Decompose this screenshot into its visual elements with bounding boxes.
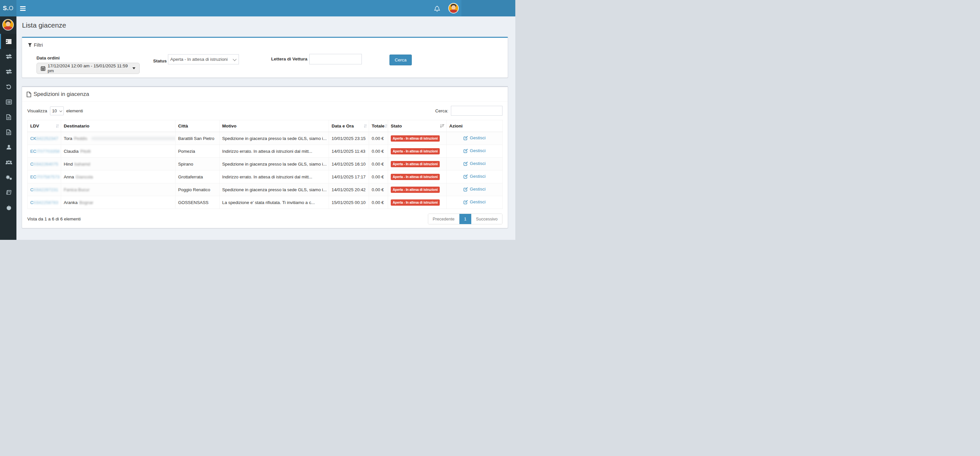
list-alt-icon — [6, 100, 12, 105]
sidebar-toggle-button[interactable] — [20, 5, 29, 12]
column-header-totale[interactable]: Totale — [369, 120, 388, 132]
notifications-button[interactable] — [433, 4, 441, 13]
ldv-link[interactable]: CK642264075 — [30, 162, 58, 167]
reason-cell: Spedizione in giacenza presso la sede GL… — [220, 183, 329, 196]
column-header-motivo[interactable]: Motivo — [220, 120, 329, 132]
total-cell: 0.00 € — [369, 132, 388, 145]
sort-desc-icon — [440, 124, 444, 128]
reason-cell: La spedizione e' stata rifiutata. Ti inv… — [220, 196, 329, 209]
sort-icon — [364, 124, 367, 128]
table-row: ECIT07587573 AnnaGiancola Grottaferrata … — [28, 170, 503, 183]
edit-icon — [463, 187, 468, 192]
shipments-panel: Spedizioni in giacenza Visualizza 10 ele… — [22, 86, 508, 228]
status-select[interactable]: Aperta - In attesa di istruzioni — [168, 54, 239, 64]
reason-cell: Spedizione in giacenza presso la sede GL… — [220, 158, 329, 170]
file-icon — [6, 129, 11, 135]
sidebar-item-users[interactable] — [0, 155, 16, 170]
sort-icon — [56, 124, 59, 128]
page-length-label-before: Visualizza — [27, 108, 47, 113]
waybill-input[interactable] — [309, 54, 362, 64]
manage-link[interactable]: Gestisci — [463, 174, 485, 179]
application-window: S.O — [0, 0, 515, 240]
funnel-icon — [28, 43, 32, 47]
edit-icon — [463, 200, 468, 204]
table-row: CK642297231 Fanica Bucur Poggio Renatico… — [28, 183, 503, 196]
waybill-label: Lettera di Vettura — [271, 57, 307, 62]
table-row: CK642264075 Hindbahamd Spirano Spedizion… — [28, 158, 503, 170]
column-header-destinatario[interactable]: Destinatario — [61, 120, 175, 132]
table-search-input[interactable] — [451, 106, 503, 116]
sidebar-item-book[interactable] — [0, 185, 16, 200]
table-row: CK642252347 ToraPeddis Barattili San Pie… — [28, 132, 503, 145]
logo-text-light: O — [9, 5, 14, 12]
datetime-cell: 14/01/2025 17:17 — [329, 170, 369, 183]
sidebar-item-undo[interactable] — [0, 79, 16, 94]
ldv-link[interactable]: CK642297231 — [30, 187, 58, 192]
sidebar-item-user[interactable] — [0, 140, 16, 155]
search-button[interactable]: Cerca — [390, 54, 412, 65]
table-footer: Vista da 1 a 6 di 6 elementi Precedente … — [22, 209, 508, 224]
sidebar-item-list-alt[interactable] — [0, 94, 16, 110]
page-title: Lista giacenze — [22, 21, 66, 29]
column-header-ldv[interactable]: LDV — [28, 120, 61, 132]
sidebar-user-avatar[interactable] — [3, 20, 13, 30]
sidebar-item-settings[interactable] — [0, 170, 16, 185]
ldv-link[interactable]: ECIT07703358 — [30, 149, 59, 154]
date-range-picker[interactable]: 17/12/2024 12:00 am - 15/01/2025 11:59 p… — [37, 63, 140, 74]
recipient-name: Hind — [64, 162, 73, 167]
book-icon — [6, 190, 12, 195]
reason-cell: Spedizione in giacenza presso la sede GL… — [220, 132, 329, 145]
user-avatar[interactable] — [449, 4, 458, 13]
sidebar-item-exchange-2[interactable] — [0, 64, 16, 79]
page-length-label-after: elementi — [66, 108, 83, 113]
sidebar-item-giacenze[interactable] — [0, 34, 16, 49]
pagination-next[interactable]: Successivo — [471, 214, 502, 224]
pagination-previous[interactable]: Precedente — [428, 214, 460, 224]
sidebar-item-exchange-1[interactable] — [0, 49, 16, 64]
tasks-list-icon — [6, 39, 11, 44]
filters-panel-title: Filtri — [28, 42, 43, 48]
city-cell: Poggio Renatico — [175, 183, 220, 196]
pagination-page-1[interactable]: 1 — [460, 214, 471, 224]
sidebar — [0, 16, 16, 240]
city-cell: Pomezia — [175, 145, 220, 158]
table-header-row: LDV Destinatario Città Motivo Data e Ora — [28, 120, 503, 132]
total-cell: 0.00 € — [369, 158, 388, 170]
manage-link[interactable]: Gestisci — [463, 199, 485, 204]
recipient-name: Anna — [64, 175, 74, 180]
table-toolbar: Visualizza 10 elementi Cerca: — [22, 102, 508, 119]
calendar-icon — [41, 66, 45, 71]
column-header-citta[interactable]: Città — [175, 120, 220, 132]
sidebar-item-logout[interactable] — [0, 200, 16, 215]
sidebar-item-document-1[interactable] — [0, 110, 16, 124]
sidebar-menu — [0, 34, 16, 215]
exchange-icon — [6, 54, 12, 59]
recipient-name-redacted: Fanica Bucur — [64, 187, 89, 192]
sidebar-item-document-2[interactable] — [0, 124, 16, 140]
cogs-icon — [6, 175, 12, 180]
column-header-data-ora[interactable]: Data e Ora — [329, 120, 369, 132]
manage-link[interactable]: Gestisci — [463, 135, 485, 140]
column-header-stato[interactable]: Stato — [388, 120, 447, 132]
edit-icon — [463, 136, 468, 140]
manage-link[interactable]: Gestisci — [463, 161, 485, 166]
manage-link[interactable]: Gestisci — [463, 148, 485, 153]
status-badge: Aperta - In attesa di istruzioni — [391, 135, 440, 141]
manage-link[interactable]: Gestisci — [463, 187, 485, 192]
ldv-link[interactable]: ECIT07587573 — [30, 175, 59, 180]
undo-icon — [6, 84, 11, 90]
reason-cell: Indirizzo errato. In attesa di istruzion… — [220, 145, 329, 158]
app-logo[interactable]: S.O — [0, 0, 16, 16]
total-cell: 0.00 € — [369, 145, 388, 158]
ldv-link[interactable]: CK642252347 — [30, 136, 58, 141]
power-icon — [6, 205, 11, 211]
status-badge: Aperta - In attesa di istruzioni — [391, 174, 440, 180]
page-length-select[interactable]: 10 — [50, 106, 64, 115]
caret-down-icon — [132, 67, 135, 69]
sort-icon — [385, 124, 387, 128]
user-icon — [6, 145, 11, 150]
status-badge: Aperta - In attesa di istruzioni — [391, 148, 440, 154]
table-search-control: Cerca: — [435, 106, 503, 116]
filters-panel: Filtri Data ordini 17/12/2024 12:00 am -… — [22, 37, 508, 78]
ldv-link[interactable]: CK642258783 — [30, 200, 58, 205]
